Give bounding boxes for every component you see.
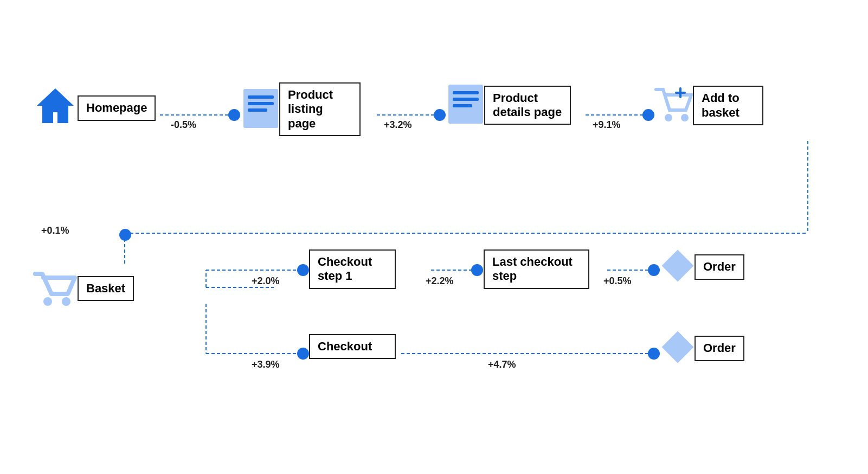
product-listing-label: Product listing page [279, 82, 361, 136]
svg-rect-17 [248, 102, 274, 105]
dot-checkout1-last [471, 264, 483, 276]
order1-node: Order [660, 248, 744, 286]
checkout-label: Checkout [309, 334, 396, 359]
svg-rect-22 [453, 104, 472, 107]
dot-listing-details [434, 109, 446, 121]
dot-checkout-order2 [648, 348, 660, 360]
svg-rect-16 [248, 95, 274, 99]
checkout-node: Checkout [309, 334, 396, 359]
label-homepage-listing: -0.5% [171, 119, 196, 131]
svg-point-28 [62, 297, 70, 306]
dot-last-order1 [648, 264, 660, 276]
label-add-basket-down: +0.1% [41, 225, 69, 236]
basket-node: Basket [33, 266, 134, 311]
svg-rect-18 [248, 108, 267, 112]
product-details-icon [446, 82, 485, 128]
svg-marker-29 [663, 251, 693, 281]
basket-icon [33, 266, 79, 311]
checkout-step1-node: Checkout step 1 [309, 249, 396, 289]
add-to-basket-icon [653, 84, 694, 127]
svg-rect-21 [453, 98, 479, 101]
homepage-label: Homepage [78, 95, 156, 120]
order2-node: Order [660, 330, 744, 367]
dot-details-basket [642, 109, 654, 121]
label-basket-checkout: +3.9% [252, 359, 280, 370]
house-icon [33, 84, 79, 132]
product-details-label: Product details page [484, 86, 571, 125]
dot-homepage-listing [228, 109, 240, 121]
basket-label: Basket [78, 276, 134, 301]
label-checkout1-last: +2.2% [426, 276, 454, 287]
label-details-basket: +9.1% [593, 119, 621, 131]
order2-label: Order [695, 336, 744, 361]
checkout-step1-label: Checkout step 1 [309, 249, 396, 289]
svg-marker-14 [37, 88, 74, 123]
product-details-node: Product details page [446, 82, 571, 128]
homepage-node: Homepage [33, 84, 156, 132]
svg-rect-20 [453, 91, 479, 94]
listing-icon [241, 87, 280, 132]
dot-add-basket-down [119, 229, 131, 241]
order2-icon [660, 330, 696, 367]
diagram-container: Homepage -0.5% Product listing page +3.2… [0, 0, 868, 474]
label-last-order1: +0.5% [603, 276, 632, 287]
add-to-basket-node: Add to basket [653, 84, 763, 127]
label-checkout-order2: +4.7% [488, 359, 516, 370]
last-checkout-node: Last checkout step [484, 249, 589, 289]
svg-point-27 [43, 297, 52, 306]
add-to-basket-label: Add to basket [693, 86, 763, 125]
last-checkout-label: Last checkout step [484, 249, 589, 289]
svg-point-24 [681, 114, 689, 121]
product-listing-node: Product listing page [241, 82, 361, 136]
dot-basket-checkout [297, 348, 309, 360]
svg-point-23 [665, 114, 672, 121]
label-listing-details: +3.2% [384, 119, 412, 131]
dot-basket-checkout1 [297, 264, 309, 276]
order1-icon [660, 248, 696, 286]
label-basket-checkout1: +2.0% [252, 276, 280, 287]
order1-label: Order [695, 254, 744, 279]
svg-marker-30 [663, 332, 693, 362]
